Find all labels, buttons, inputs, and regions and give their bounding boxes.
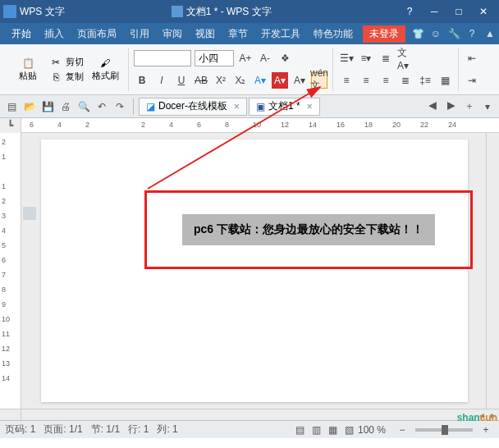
bullets-button[interactable]: ☰▾ bbox=[338, 50, 355, 66]
strike-button[interactable]: AB bbox=[193, 72, 209, 89]
new-tab-button[interactable]: ＋ bbox=[461, 98, 478, 115]
indent-decrease-button[interactable]: ⇤ bbox=[464, 50, 480, 66]
close-tab-docer[interactable]: × bbox=[234, 101, 240, 112]
paste-button[interactable]: 📋 粘贴 bbox=[10, 57, 46, 82]
shading-button[interactable]: ▦ bbox=[437, 72, 453, 89]
font-group: 小四 A+ A- ❖ B I U AB X² X₂ A▾ A▾ A▾ wén 文 bbox=[129, 48, 333, 91]
tab-dev-tools[interactable]: 开发工具 bbox=[254, 23, 307, 44]
format-painter-button[interactable]: 🖌 格式刷 bbox=[87, 57, 123, 82]
vertical-ruler[interactable]: 2 1 1 2 3 4 5 6 7 8 9 10 11 12 13 14 bbox=[0, 133, 21, 409]
feedback-icon[interactable]: ☺ bbox=[427, 28, 445, 39]
selected-text[interactable]: pc6 下载站：您身边最放心的安全下载站！！ bbox=[182, 214, 435, 245]
help-icon[interactable]: ? bbox=[463, 28, 481, 39]
work-area: 2 1 1 2 3 4 5 6 7 8 9 10 11 12 13 14 pc6… bbox=[0, 133, 499, 409]
view-read-icon[interactable]: ▧ bbox=[341, 424, 358, 436]
tab-insert[interactable]: 插入 bbox=[38, 23, 71, 44]
nav-pane-icon[interactable] bbox=[23, 207, 36, 220]
qa-print-icon[interactable]: 🖨 bbox=[57, 98, 74, 115]
qa-save-icon[interactable]: 💾 bbox=[39, 98, 56, 115]
tabs-scroll-left-icon[interactable]: ⯇ bbox=[425, 98, 442, 115]
align-right-button[interactable]: ≡ bbox=[378, 72, 394, 89]
status-page-code[interactable]: 页码: 1 bbox=[5, 423, 35, 437]
highlight-color-button[interactable]: A▾ bbox=[272, 72, 288, 89]
qa-open-icon[interactable]: 📂 bbox=[21, 98, 38, 115]
minimize-button[interactable]: ─ bbox=[422, 3, 446, 20]
zoom-thumb[interactable] bbox=[442, 425, 448, 435]
tab-references[interactable]: 引用 bbox=[123, 23, 156, 44]
login-button[interactable]: 未登录 bbox=[363, 25, 405, 43]
close-tab-doc1[interactable]: × bbox=[307, 101, 313, 112]
close-button[interactable]: ✕ bbox=[471, 3, 496, 20]
decrease-font-button[interactable]: A- bbox=[257, 50, 273, 66]
skin-icon[interactable]: 👕 bbox=[409, 28, 427, 39]
ruler-mark: 12 bbox=[281, 121, 289, 129]
italic-button[interactable]: I bbox=[153, 72, 170, 89]
superscript-button[interactable]: X² bbox=[213, 72, 229, 89]
tab-doc1[interactable]: ▣ 文档1 * × bbox=[249, 98, 320, 116]
zoom-out-button[interactable]: − bbox=[394, 424, 410, 436]
align-left-button[interactable]: ≡ bbox=[338, 72, 355, 89]
vruler-mark: 11 bbox=[2, 330, 10, 338]
view-outline-icon[interactable]: ▦ bbox=[325, 424, 341, 436]
font-color-button[interactable]: A▾ bbox=[291, 72, 308, 89]
horizontal-scrollbar[interactable]: ◂ ▸ bbox=[0, 409, 499, 420]
qa-new-icon[interactable]: ▤ bbox=[3, 98, 20, 115]
vruler-mark: 12 bbox=[2, 345, 10, 353]
vertical-scrollbar[interactable] bbox=[486, 133, 499, 409]
subscript-button[interactable]: X₂ bbox=[232, 72, 249, 89]
ruler-mark: 24 bbox=[448, 121, 456, 129]
maximize-button[interactable]: □ bbox=[446, 3, 471, 20]
ruler-mark: 8 bbox=[225, 121, 229, 129]
align-justify-button[interactable]: ≣ bbox=[397, 72, 414, 89]
ruler-mark: 16 bbox=[336, 121, 345, 129]
indent-increase-button[interactable]: ⇥ bbox=[464, 72, 480, 89]
font-size-select[interactable]: 小四 bbox=[195, 50, 234, 66]
copy-icon: ⎘ bbox=[49, 71, 62, 84]
tab-section[interactable]: 章节 bbox=[222, 23, 254, 44]
extra-group: ⇤ ⇥ bbox=[459, 48, 485, 91]
qa-redo-icon[interactable]: ↷ bbox=[112, 98, 128, 115]
format-painter-label: 格式刷 bbox=[92, 70, 119, 82]
text-effect-button[interactable]: A▾ bbox=[252, 72, 268, 89]
zoom-in-button[interactable]: + bbox=[478, 424, 494, 436]
app-name: WPS 文字 bbox=[20, 5, 65, 19]
word-doc-icon: ▣ bbox=[256, 101, 265, 112]
align-dist-button[interactable]: ≣ bbox=[378, 50, 394, 66]
collapse-ribbon-icon[interactable]: ▲ bbox=[481, 28, 499, 39]
align-center-button[interactable]: ≡ bbox=[358, 72, 374, 89]
document-page[interactable]: pc6 下载站：您身边最放心的安全下载站！！ bbox=[41, 139, 468, 402]
view-print-icon[interactable]: ▤ bbox=[292, 424, 309, 436]
vruler-mark: 1 bbox=[2, 153, 6, 161]
horizontal-ruler[interactable]: ┗ 6 4 2 2 4 6 8 10 12 14 16 18 20 22 24 bbox=[0, 118, 499, 133]
qa-preview-icon[interactable]: 🔍 bbox=[76, 98, 92, 115]
help-button[interactable]: ? bbox=[397, 3, 422, 20]
tab-page-layout[interactable]: 页面布局 bbox=[71, 23, 123, 44]
numbering-button[interactable]: ≡▾ bbox=[358, 50, 374, 66]
view-web-icon[interactable]: ▥ bbox=[309, 424, 325, 436]
watermark: shancun bbox=[457, 408, 497, 425]
zoom-slider[interactable] bbox=[415, 428, 473, 432]
font-name-select[interactable] bbox=[134, 50, 191, 66]
tab-docer[interactable]: ◪ Docer-在线模板 × bbox=[139, 98, 247, 116]
cut-button[interactable]: ✂剪切 bbox=[49, 56, 84, 69]
bold-button[interactable]: B bbox=[134, 72, 150, 89]
tab-list-icon[interactable]: ▾ bbox=[479, 98, 496, 115]
status-page[interactable]: 页面: 1/1 bbox=[43, 423, 82, 437]
qa-undo-icon[interactable]: ↶ bbox=[94, 98, 110, 115]
phonetic-guide-button[interactable]: wén 文 bbox=[311, 72, 327, 89]
tabs-scroll-right-icon[interactable]: ⯈ bbox=[443, 98, 460, 115]
text-direction-button[interactable]: 文A▾ bbox=[397, 50, 414, 66]
tab-view[interactable]: 视图 bbox=[189, 23, 222, 44]
increase-font-button[interactable]: A+ bbox=[237, 50, 254, 66]
clear-format-button[interactable]: ❖ bbox=[277, 50, 293, 66]
zoom-value[interactable]: 100 % bbox=[358, 424, 386, 436]
page-viewport[interactable]: pc6 下载站：您身边最放心的安全下载站！！ bbox=[21, 133, 486, 409]
underline-button[interactable]: U bbox=[173, 72, 190, 89]
settings-icon[interactable]: 🔧 bbox=[445, 28, 463, 39]
line-spacing-button[interactable]: ‡≡ bbox=[417, 72, 433, 89]
copy-button[interactable]: ⎘复制 bbox=[49, 71, 84, 84]
tab-features[interactable]: 特色功能 bbox=[307, 23, 359, 44]
status-section: 节: 1/1 bbox=[91, 423, 120, 437]
tab-start[interactable]: 开始 bbox=[5, 23, 38, 44]
tab-review[interactable]: 审阅 bbox=[156, 23, 189, 44]
